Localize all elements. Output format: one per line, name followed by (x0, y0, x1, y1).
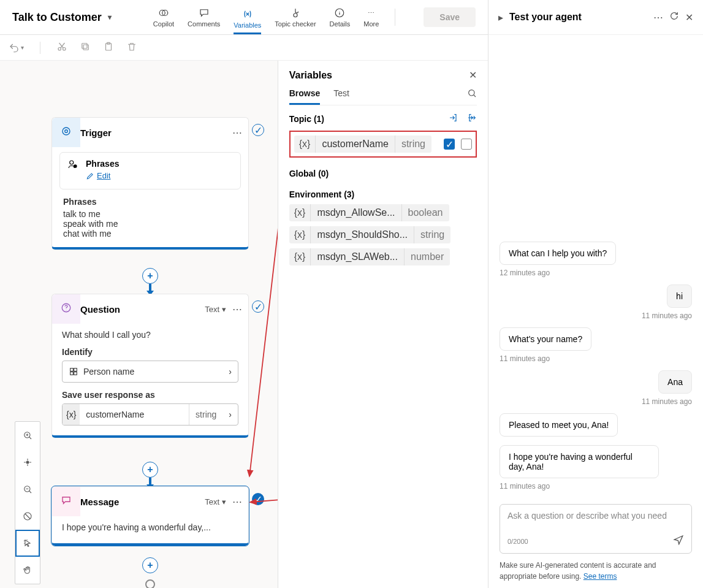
return-values-icon[interactable] (467, 113, 477, 124)
variable-icon: {x} (289, 204, 311, 221)
paste-icon[interactable] (103, 41, 114, 55)
toolbar: Copilot Comments Variables Topic checker… (153, 7, 476, 28)
svg-point-2 (294, 13, 297, 17)
env-variable-row[interactable]: {x} msdyn_AllowSe... boolean (289, 204, 477, 221)
receive-values-icon[interactable] (449, 113, 458, 124)
svg-rect-6 (83, 45, 88, 50)
variable-icon: {x} (289, 226, 311, 243)
svg-rect-15 (70, 368, 74, 372)
pan-tool[interactable] (15, 557, 40, 584)
question-icon (61, 302, 72, 316)
add-node-button[interactable]: + (142, 557, 158, 573)
more-icon[interactable]: ⋯ (653, 12, 663, 23)
tab-test[interactable]: Test (333, 88, 349, 105)
topic-title-text: Talk to Customer (12, 11, 102, 24)
trigger-menu[interactable]: ⋯ (226, 127, 248, 139)
close-icon[interactable]: ✕ (685, 12, 693, 23)
topbar: Talk to Customer ▾ Copilot Comments Vari… (0, 0, 488, 35)
refresh-icon[interactable] (669, 11, 679, 23)
question-node[interactable]: ✓ Question Text ▾ ⋯ What should I call y… (51, 294, 249, 438)
message-body: I hope you're having a wonderful day,... (62, 522, 238, 532)
svg-rect-7 (82, 43, 87, 48)
zoom-out-button[interactable] (15, 476, 40, 503)
message-node[interactable]: ✓ Message Text ▾ ⋯ I hope you're having … (51, 486, 249, 546)
trigger-icon (61, 126, 72, 139)
comments-icon (198, 7, 210, 19)
variables-panel-title: Variables (289, 70, 332, 81)
add-node-button[interactable]: + (142, 268, 158, 284)
chat-input[interactable]: Ask a question or describe what you need… (500, 504, 692, 554)
message-type[interactable]: Text ▾ (205, 497, 226, 506)
toolbar-details[interactable]: Details (330, 7, 351, 28)
phrases-subcard[interactable]: Phrases Edit (59, 152, 241, 189)
fit-button[interactable] (15, 449, 40, 476)
footer-disclaimer: Make sure AI-generated content is accura… (488, 560, 703, 588)
flow-canvas[interactable]: ✓ Trigger ⋯ Phrases Edit Phrases talk to… (0, 61, 278, 588)
svg-point-22 (26, 461, 29, 464)
svg-line-19 (249, 159, 278, 476)
save-as-field[interactable]: {x} customerName string › (62, 403, 238, 426)
bot-message: What's your name? (500, 327, 591, 351)
svg-point-10 (63, 128, 70, 135)
phrases-preview: Phrases talk to me speak with me chat wi… (63, 197, 237, 239)
user-message: Ana (658, 370, 692, 394)
bot-message: Pleased to meet you, Ana! (500, 413, 618, 437)
identify-field[interactable]: Person name › (62, 361, 238, 383)
message-menu[interactable]: ⋯ (226, 496, 248, 508)
node-status-icon: ✓ (252, 493, 264, 505)
chevron-right-icon: › (229, 367, 232, 376)
toolbar-variables[interactable]: Variables (234, 8, 261, 34)
message-title: Message (80, 497, 205, 507)
chat-placeholder: Ask a question or describe what you need (507, 511, 684, 534)
toolbar-copilot[interactable]: Copilot (153, 7, 174, 28)
cut-icon[interactable] (56, 41, 67, 55)
delete-icon[interactable] (126, 41, 137, 55)
copy-icon[interactable] (80, 41, 91, 55)
chevron-right-icon: › (222, 410, 238, 419)
trigger-title: Trigger (80, 128, 226, 138)
question-type[interactable]: Text ▾ (205, 305, 226, 314)
caret-right-icon[interactable]: ▸ (498, 12, 503, 23)
topic-section-header: Topic (1) (289, 114, 324, 124)
canvas-tool-palette (15, 421, 40, 584)
flow-end-icon (145, 579, 155, 588)
node-status-icon: ✓ (252, 300, 264, 313)
question-title: Question (80, 304, 205, 315)
pointer-tool[interactable] (15, 530, 40, 557)
search-icon[interactable] (467, 88, 477, 105)
receive-checkbox[interactable]: ✓ (444, 139, 455, 150)
edit-phrases-link[interactable]: Edit (86, 171, 110, 180)
env-section-header: Environment (3) (289, 189, 477, 199)
svg-rect-18 (74, 372, 77, 375)
return-checkbox[interactable] (461, 139, 472, 150)
topic-title[interactable]: Talk to Customer ▾ (12, 11, 112, 24)
toolbar-topic-checker[interactable]: Topic checker (275, 7, 316, 28)
close-icon[interactable]: ✕ (469, 69, 477, 81)
reset-button[interactable] (15, 503, 40, 530)
variable-icon: {x} (63, 404, 80, 425)
env-variable-row[interactable]: {x} msdyn_ShouldSho... string (289, 226, 477, 243)
env-variable-row[interactable]: {x} msdyn_SLAWeb... number (289, 248, 477, 265)
trigger-node[interactable]: ✓ Trigger ⋯ Phrases Edit Phrases talk to… (51, 117, 249, 250)
send-icon[interactable] (673, 534, 684, 548)
save-button[interactable]: Save (424, 7, 476, 27)
tab-browse[interactable]: Browse (289, 88, 321, 105)
svg-rect-17 (70, 372, 74, 375)
zoom-in-button[interactable] (15, 422, 40, 449)
chat-area: What can I help you with? 12 minutes ago… (488, 35, 703, 498)
see-terms-link[interactable]: See terms (583, 572, 617, 581)
global-section-header: Global (0) (289, 169, 477, 178)
question-menu[interactable]: ⋯ (226, 304, 248, 315)
undo-button[interactable]: ▾ (9, 42, 24, 53)
test-panel-title: Test your agent (509, 12, 647, 23)
variable-icon: {x} (289, 248, 311, 265)
toolbar-comments[interactable]: Comments (188, 7, 220, 28)
bot-message: What can I help you with? (500, 242, 616, 265)
question-prompt: What should I call you? (62, 330, 238, 340)
add-node-button[interactable]: + (142, 462, 158, 478)
bot-message: I hope you're having a wonderful day, An… (500, 445, 659, 478)
test-panel: ▸ Test your agent ⋯ ✕ What can I help yo… (488, 0, 703, 588)
toolbar-more[interactable]: ⋯ More (363, 7, 379, 28)
message-icon (61, 495, 72, 508)
topic-variable-row[interactable]: {x} customerName string ✓ (289, 131, 477, 158)
